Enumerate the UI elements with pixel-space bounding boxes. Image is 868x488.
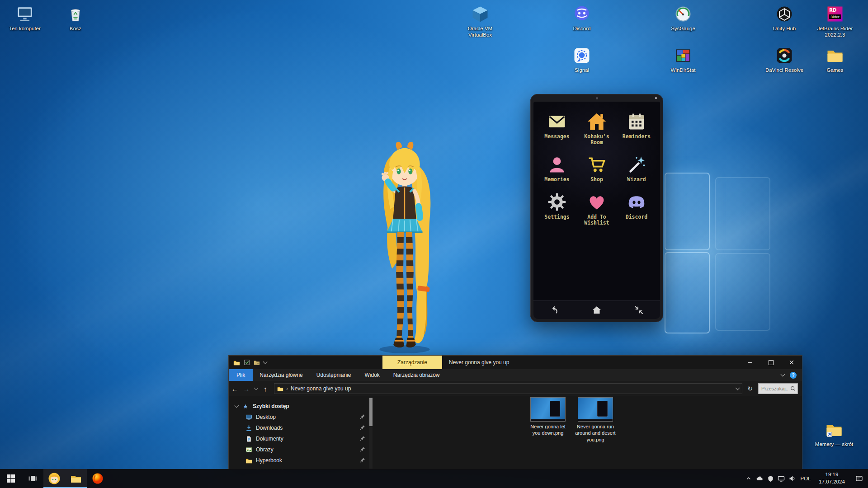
hidden-icons-chevron[interactable] <box>743 469 754 488</box>
phone-back-button[interactable] <box>542 302 567 318</box>
minimize-button[interactable] <box>740 356 760 369</box>
tray-volume-icon[interactable] <box>787 469 797 488</box>
recent-locations-button[interactable] <box>252 383 259 394</box>
file-item[interactable]: Never gonna run around and desert you.pn… <box>572 397 619 443</box>
davinci-resolve-icon <box>774 45 795 66</box>
manage-contextual-tab[interactable]: Zarządzanie <box>382 356 442 369</box>
search-icon <box>790 386 796 391</box>
tray-shield-icon[interactable] <box>765 469 776 488</box>
sidebar-item-desktop[interactable]: Desktop <box>229 412 373 422</box>
desktop-icon-davinci[interactable]: DaVinci Resolve <box>764 45 805 74</box>
phone-app-reminders[interactable]: Reminders <box>617 112 656 145</box>
desktop-icon-rider[interactable]: RDRider JetBrains Rider 2022.2.3 <box>815 4 855 38</box>
anime-girl-illustration <box>358 138 451 357</box>
tab-udostepnianie[interactable]: Udostępnianie <box>310 369 358 381</box>
taskbar: POL 19:19 17.07.2024 <box>0 469 868 488</box>
phone-app-shop[interactable]: Shop <box>577 155 617 183</box>
messages-icon <box>547 112 567 131</box>
magic-wand-icon <box>627 155 646 174</box>
tab-widok[interactable]: Widok <box>358 369 386 381</box>
file-thumbnail <box>530 397 566 422</box>
sidebar-item-downloads[interactable]: Downloads <box>229 422 373 433</box>
pin-icon <box>360 436 365 441</box>
pin-icon <box>360 425 365 430</box>
clock[interactable]: 19:19 17.07.2024 <box>814 471 850 485</box>
desktop-icon-label: Unity Hub <box>773 26 796 32</box>
quick-access-toolbar <box>229 359 271 366</box>
notification-icon <box>855 475 863 483</box>
desktop-icon-sysgauge[interactable]: SysGauge <box>663 4 703 32</box>
qat-new-folder-icon[interactable] <box>254 359 260 366</box>
up-button[interactable]: ↑ <box>259 383 271 394</box>
desktop-icon-memery[interactable]: Memery — skrót <box>814 419 854 448</box>
desktop-icon-virtualbox[interactable]: Oracle VM VirtualBox <box>460 4 500 38</box>
desktop-icon-unity-hub[interactable]: Unity Hub <box>764 4 805 32</box>
taskbar-app-mascot[interactable] <box>43 469 65 488</box>
taskbar-app-firefox[interactable] <box>87 469 108 488</box>
tab-narzedzia-obrazow[interactable]: Narzędzia obrazów <box>387 369 447 381</box>
maximize-button[interactable] <box>760 356 781 369</box>
desktop-icon-ten-komputer[interactable]: Ten komputer <box>5 4 45 32</box>
gear-icon <box>547 192 567 212</box>
forward-button[interactable]: → <box>241 383 252 394</box>
desktop-icon-windirstat[interactable]: WinDirStat <box>663 45 703 74</box>
desktop-icon-games[interactable]: Games <box>815 45 855 74</box>
search-input[interactable] <box>760 385 790 392</box>
tab-narzedzia-glowne[interactable]: Narzędzia główne <box>253 369 309 381</box>
start-button[interactable] <box>0 469 22 488</box>
phone-home-button[interactable] <box>585 302 609 318</box>
desktop-icon-kosz[interactable]: Kosz <box>55 4 96 32</box>
help-icon[interactable]: ? <box>790 372 797 379</box>
minimize-icon <box>748 362 752 363</box>
phone-app-discord[interactable]: Discord <box>617 192 656 226</box>
search-box <box>758 383 798 394</box>
recycle-bin-icon <box>65 4 86 24</box>
sidebar-item-obrazy[interactable]: Obrazy <box>229 444 373 455</box>
file-item[interactable]: Never gonna let you down.png <box>524 397 571 436</box>
phone-app-messages[interactable]: Messages <box>537 112 577 145</box>
folder-icon <box>245 457 252 464</box>
phone-app-settings[interactable]: Settings <box>537 192 577 226</box>
back-button[interactable]: ← <box>229 383 241 394</box>
address-dropdown-chevron-icon[interactable] <box>736 386 740 390</box>
taskbar-app-explorer[interactable] <box>65 469 87 488</box>
phone-app-label: Messages <box>544 134 569 140</box>
collapse-icon <box>633 305 644 315</box>
sidebar-item-dokumenty[interactable]: Dokumenty <box>229 433 373 444</box>
qat-properties-icon[interactable] <box>244 359 250 366</box>
explorer-titlebar[interactable]: Zarządzanie Never gonna give you up <box>229 356 802 369</box>
phone-screen: Messages Kohaku's Room Reminders Memorie… <box>533 102 660 301</box>
sidebar-item-hyperbook[interactable]: Hyperbook <box>229 455 373 466</box>
tray-network-icon[interactable] <box>776 469 787 488</box>
sidebar-label: Downloads <box>256 425 283 431</box>
sidebar-scrollbar[interactable] <box>369 397 373 469</box>
address-bar[interactable]: › Never gonna give you up <box>274 383 742 394</box>
tab-plik[interactable]: Plik <box>229 369 253 381</box>
desktop-icon-signal[interactable]: Signal <box>561 45 602 74</box>
rider-icon: RDRider <box>825 4 845 24</box>
clock-time: 19:19 <box>814 471 850 479</box>
phone-minimize-button[interactable] <box>627 302 651 318</box>
phone-app-add-to-wishlist[interactable]: Add To Wishlist <box>577 192 617 226</box>
desktop-folder-icon <box>245 413 252 421</box>
desktop-icon-label: Games <box>826 67 843 74</box>
tray-cloud-icon[interactable] <box>754 469 765 488</box>
navigation-pane: ★ Szybki dostęp Desktop Downloads Dokume… <box>229 396 373 469</box>
action-center-button[interactable] <box>850 469 868 488</box>
qat-customize-chevron-icon[interactable] <box>263 360 268 364</box>
phone-app-wizard[interactable]: Wizard <box>617 155 656 183</box>
phone-app-kohakus-room[interactable]: Kohaku's Room <box>577 112 617 145</box>
signal-icon <box>571 45 592 66</box>
phone-app-memories[interactable]: Memories <box>537 155 577 183</box>
sidebar-item-quick-access[interactable]: ★ Szybki dostęp <box>229 401 373 412</box>
desktop-mascot-character[interactable] <box>358 138 451 357</box>
sysgauge-icon <box>673 4 693 24</box>
desktop-icon-discord[interactable]: Discord <box>561 4 602 32</box>
file-name: Never gonna let you down.png <box>526 423 570 436</box>
scrollbar-thumb[interactable] <box>369 398 373 426</box>
expand-ribbon-chevron-icon[interactable] <box>781 372 785 377</box>
refresh-button[interactable]: ↻ <box>745 383 755 394</box>
close-button[interactable] <box>781 356 802 369</box>
task-view-button[interactable] <box>22 469 43 488</box>
language-indicator[interactable]: POL <box>797 476 814 481</box>
